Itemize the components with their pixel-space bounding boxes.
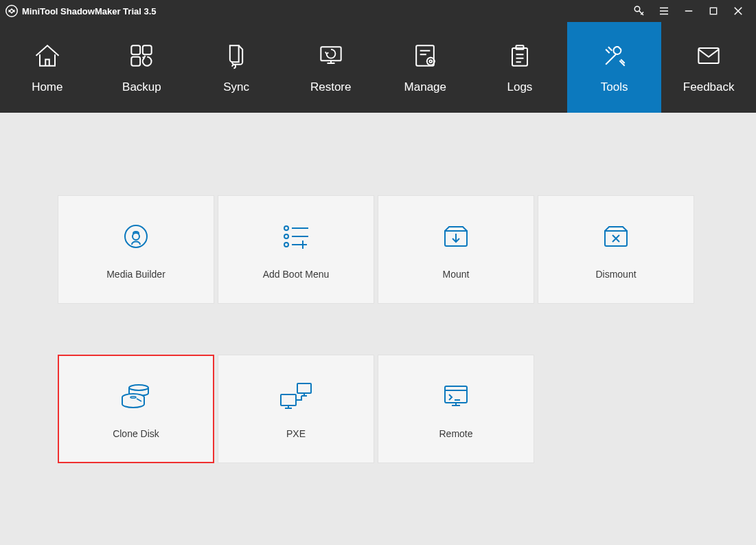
nav-label: Feedback (683, 80, 735, 94)
svg-rect-22 (281, 394, 296, 405)
mount-icon (439, 219, 472, 254)
app-brand: MiniTool ShadowMaker Trial 3.5 (5, 5, 157, 17)
dismount-icon (599, 219, 632, 254)
close-button[interactable] (726, 0, 751, 22)
card-label: Remote (439, 428, 472, 439)
nav-label: Sync (223, 80, 249, 94)
nav-backup[interactable]: Backup (95, 22, 190, 113)
navbar: Home Backup Sync Restore Manage Logs (0, 22, 756, 113)
svg-point-13 (125, 225, 147, 247)
nav-label: Backup (122, 80, 161, 94)
nav-logs[interactable]: Logs (472, 22, 567, 113)
card-label: Dismount (595, 269, 636, 280)
nav-label: Tools (601, 80, 628, 94)
tools-row-2: Clone Disk PXE Remote (58, 355, 698, 463)
svg-point-14 (133, 233, 139, 240)
backup-icon (126, 41, 157, 71)
key-icon[interactable] (627, 0, 652, 22)
clone-disk-icon (118, 379, 154, 413)
nav-label: Logs (507, 80, 533, 94)
logs-icon (505, 41, 535, 71)
app-logo-icon (5, 5, 18, 17)
svg-rect-5 (132, 57, 141, 66)
card-dismount[interactable]: Dismount (538, 195, 694, 304)
svg-point-16 (284, 234, 288, 238)
menu-icon[interactable] (652, 0, 676, 22)
svg-rect-4 (143, 45, 152, 54)
nav-sync[interactable]: Sync (189, 22, 284, 113)
card-mount[interactable]: Mount (378, 195, 534, 304)
svg-point-17 (284, 243, 288, 247)
feedback-icon (694, 41, 724, 71)
card-clone-disk[interactable]: Clone Disk (58, 355, 214, 463)
svg-point-9 (430, 60, 433, 63)
sync-icon (221, 41, 251, 71)
nav-restore[interactable]: Restore (284, 22, 378, 113)
minimize-button[interactable] (676, 0, 701, 22)
nav-label: Manage (404, 80, 446, 94)
card-pxe[interactable]: PXE (218, 355, 374, 463)
card-label: Clone Disk (113, 428, 159, 439)
tools-icon (599, 41, 630, 71)
svg-rect-2 (710, 8, 716, 14)
card-add-boot-menu[interactable]: Add Boot Menu (218, 195, 374, 304)
card-label: Add Boot Menu (263, 269, 330, 280)
tools-row-1: Media Builder Add Boot Menu Mount Dism (58, 195, 698, 304)
svg-rect-10 (512, 48, 527, 66)
maximize-button[interactable] (701, 0, 726, 22)
card-label: Media Builder (106, 269, 165, 280)
manage-icon (410, 41, 440, 71)
card-label: PXE (286, 428, 306, 439)
svg-rect-21 (297, 383, 311, 393)
svg-rect-12 (699, 48, 719, 63)
nav-label: Home (32, 80, 62, 94)
nav-tools[interactable]: Tools (567, 22, 662, 113)
svg-point-0 (6, 5, 18, 17)
svg-rect-3 (132, 45, 141, 54)
tools-panel: Media Builder Add Boot Menu Mount Dism (0, 113, 756, 545)
pxe-icon (278, 379, 314, 413)
svg-point-15 (284, 226, 288, 230)
add-boot-menu-icon (279, 219, 312, 254)
restore-icon (316, 41, 346, 71)
svg-point-1 (634, 6, 640, 12)
card-media-builder[interactable]: Media Builder (58, 195, 214, 304)
nav-feedback[interactable]: Feedback (661, 22, 756, 113)
titlebar: MiniTool ShadowMaker Trial 3.5 (0, 0, 756, 22)
card-remote[interactable]: Remote (378, 355, 534, 463)
home-icon (32, 41, 62, 71)
svg-point-18 (129, 385, 148, 390)
nav-manage[interactable]: Manage (378, 22, 473, 113)
nav-label: Restore (310, 80, 352, 94)
app-title: MiniTool ShadowMaker Trial 3.5 (22, 6, 157, 16)
remote-icon (439, 379, 472, 413)
nav-home[interactable]: Home (0, 22, 95, 113)
card-label: Mount (443, 269, 470, 280)
media-builder-icon (119, 219, 152, 254)
